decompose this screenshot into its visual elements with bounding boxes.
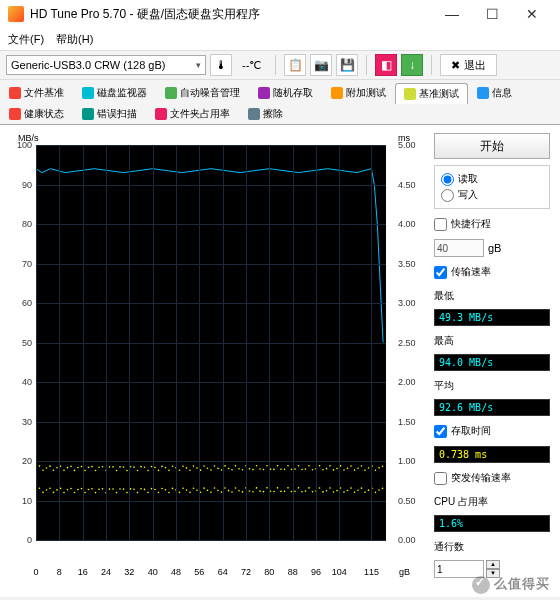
minimize-button[interactable]: — (432, 0, 472, 28)
svg-point-186 (361, 465, 363, 467)
tab-5[interactable]: 基准测试 (395, 83, 468, 104)
value-avg: 92.6 MB/s (434, 399, 550, 416)
y-tick-left: 60 (8, 298, 32, 308)
svg-point-199 (382, 488, 384, 490)
svg-point-115 (235, 487, 237, 489)
y-tick-right: 5.00 (398, 140, 420, 150)
svg-point-38 (102, 466, 104, 468)
check-access-time[interactable]: 存取时间 (434, 424, 550, 438)
svg-point-137 (273, 491, 275, 493)
svg-point-191 (368, 489, 370, 491)
window-title: HD Tune Pro 5.70 - 硬盘/固态硬盘实用程序 (30, 6, 260, 23)
tab-10[interactable]: 擦除 (239, 103, 292, 124)
svg-point-99 (207, 490, 209, 492)
svg-point-11 (53, 492, 55, 494)
svg-point-53 (126, 492, 128, 494)
radio-write[interactable]: 写入 (441, 188, 543, 202)
svg-point-185 (357, 490, 359, 492)
svg-point-74 (165, 467, 167, 469)
close-button[interactable]: ✕ (512, 0, 552, 28)
tab-8[interactable]: 错误扫描 (73, 103, 146, 124)
svg-point-64 (147, 470, 149, 472)
spin-up-icon[interactable]: ▲ (486, 560, 500, 569)
check-burst-rate[interactable]: 突发传输速率 (434, 471, 550, 485)
y-tick-right: 1.50 (398, 417, 420, 427)
drive-select[interactable]: Generic-USB3.0 CRW (128 gB) ▾ (6, 55, 206, 75)
refresh-button[interactable]: ↓ (401, 54, 423, 76)
tab-icon (165, 87, 177, 99)
svg-point-163 (319, 487, 321, 489)
tab-4[interactable]: 附加测试 (322, 82, 395, 103)
start-button[interactable]: 开始 (434, 133, 550, 159)
svg-point-118 (242, 469, 244, 471)
svg-point-33 (91, 488, 93, 490)
svg-point-138 (277, 465, 279, 467)
tab-2[interactable]: 自动噪音管理 (156, 82, 249, 103)
watermark-icon (472, 576, 490, 594)
benchmark-chart: MB/s ms gB 00.00100.50201.00301.50402.00… (8, 133, 398, 563)
y-tick-right: 4.00 (398, 219, 420, 229)
tab-1[interactable]: 磁盘监视器 (73, 82, 156, 103)
y-tick-right: 0.00 (398, 535, 420, 545)
screenshot-button[interactable]: 📷 (310, 54, 332, 76)
svg-point-62 (144, 466, 146, 468)
x-tick: 48 (171, 567, 181, 577)
svg-point-52 (126, 470, 128, 472)
drive-select-value: Generic-USB3.0 CRW (128 gB) (11, 59, 165, 71)
label-pass: 通行数 (434, 540, 550, 554)
svg-point-172 (336, 468, 338, 470)
settings-button[interactable]: ◧ (375, 54, 397, 76)
y-tick-right: 2.50 (398, 338, 420, 348)
svg-point-188 (364, 469, 366, 471)
temp-icon[interactable]: 🌡 (210, 54, 232, 76)
check-short-stroke[interactable]: 快捷行程 (434, 217, 550, 231)
y-tick-right: 3.00 (398, 298, 420, 308)
svg-point-73 (161, 488, 163, 490)
svg-point-72 (161, 466, 163, 468)
tab-6[interactable]: 信息 (468, 82, 521, 103)
menu-file[interactable]: 文件(F) (8, 32, 44, 47)
y-tick-left: 10 (8, 496, 32, 506)
tab-7[interactable]: 健康状态 (0, 103, 73, 124)
svg-point-50 (123, 466, 125, 468)
svg-point-12 (56, 467, 58, 469)
tab-0[interactable]: 文件基准 (0, 82, 73, 103)
exit-button[interactable]: ✖ 退出 (440, 54, 497, 76)
svg-point-177 (343, 491, 345, 493)
svg-point-46 (116, 470, 118, 472)
svg-point-35 (95, 492, 97, 494)
tab-icon (155, 108, 167, 120)
x-tick: 115 (364, 567, 379, 577)
svg-point-105 (217, 490, 219, 492)
svg-point-90 (193, 465, 195, 467)
svg-point-182 (354, 469, 356, 471)
svg-point-152 (301, 469, 303, 471)
check-transfer-rate[interactable]: 传输速率 (434, 265, 550, 279)
svg-point-156 (308, 465, 310, 467)
y-tick-left: 30 (8, 417, 32, 427)
tab-3[interactable]: 随机存取 (249, 82, 322, 103)
svg-point-127 (256, 487, 258, 489)
label-avg: 平均 (434, 379, 550, 393)
svg-point-183 (354, 491, 356, 493)
svg-point-178 (347, 468, 349, 470)
tabs-row: 文件基准磁盘监视器自动噪音管理随机存取附加测试基准测试信息健康状态错误扫描文件夹… (0, 80, 560, 125)
x-tick: 32 (124, 567, 134, 577)
svg-point-104 (217, 468, 219, 470)
save-button[interactable]: 💾 (336, 54, 358, 76)
content: MB/s ms gB 00.00100.50201.00301.50402.00… (0, 125, 560, 597)
svg-point-93 (196, 489, 198, 491)
svg-point-136 (273, 469, 275, 471)
copy-button[interactable]: 📋 (284, 54, 306, 76)
tab-icon (9, 87, 21, 99)
tab-9[interactable]: 文件夹占用率 (146, 103, 239, 124)
radio-read[interactable]: 读取 (441, 172, 543, 186)
maximize-button[interactable]: ☐ (472, 0, 512, 28)
x-tick: 96 (311, 567, 321, 577)
tab-icon (82, 87, 94, 99)
x-tick: 24 (101, 567, 111, 577)
svg-point-144 (287, 465, 289, 467)
svg-point-70 (158, 470, 160, 472)
short-stroke-input[interactable] (434, 239, 484, 257)
menu-help[interactable]: 帮助(H) (56, 32, 93, 47)
